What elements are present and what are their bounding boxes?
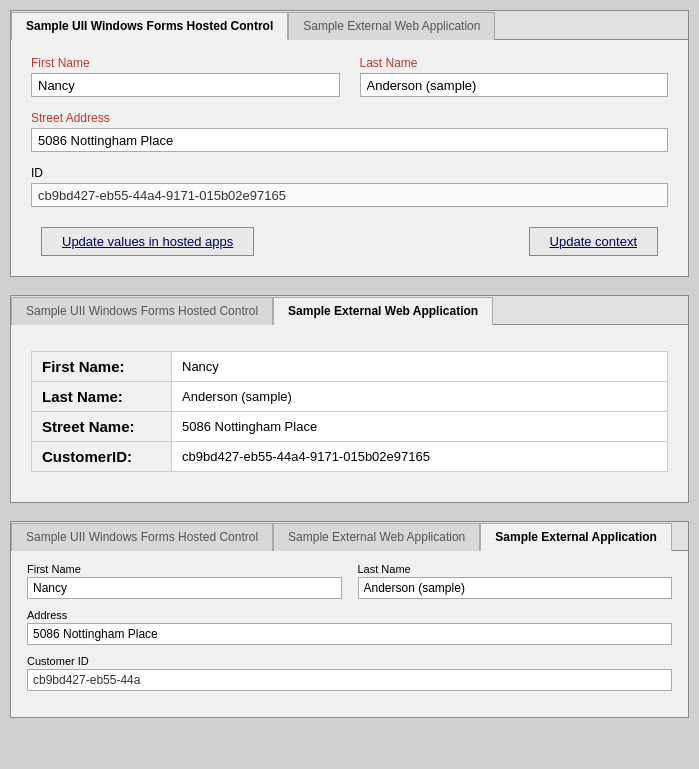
row2-value: Anderson (sample) xyxy=(172,382,668,412)
panel3-first-name-input[interactable] xyxy=(27,577,342,599)
panel1-first-name-label: First Name xyxy=(31,56,340,70)
panel3-tab-windows-forms[interactable]: Sample UII Windows Forms Hosted Control xyxy=(11,523,273,551)
panel1-tab-web-app[interactable]: Sample External Web Application xyxy=(288,12,495,40)
panel1-last-name-input[interactable] xyxy=(360,73,669,97)
panel2-tab-windows-forms[interactable]: Sample UII Windows Forms Hosted Control xyxy=(11,297,273,325)
update-context-button[interactable]: Update context xyxy=(529,227,658,256)
table-row: CustomerID: cb9bd427-eb55-44a4-9171-015b… xyxy=(32,442,668,472)
panel3-last-name-input[interactable] xyxy=(358,577,673,599)
panel-2: Sample UII Windows Forms Hosted Control … xyxy=(10,295,689,503)
panel2-data-table: First Name: Nancy Last Name: Anderson (s… xyxy=(31,351,668,472)
panel1-id-input[interactable] xyxy=(31,183,668,207)
panel1-button-row: Update values in hosted apps Update cont… xyxy=(31,227,668,256)
row3-value: 5086 Nottingham Place xyxy=(172,412,668,442)
table-row: First Name: Nancy xyxy=(32,352,668,382)
panel3-tab-external-app[interactable]: Sample External Application xyxy=(480,523,672,551)
panel-3: Sample UII Windows Forms Hosted Control … xyxy=(10,521,689,718)
panel2-tab-web-app[interactable]: Sample External Web Application xyxy=(273,297,493,325)
panel3-content: First Name Last Name Address Customer ID xyxy=(11,551,688,717)
row1-value: Nancy xyxy=(172,352,668,382)
panel-1: Sample UII Windows Forms Hosted Control … xyxy=(10,10,689,277)
panel3-first-name-label: First Name xyxy=(27,563,342,575)
panel1-first-name-input[interactable] xyxy=(31,73,340,97)
panel1-street-input[interactable] xyxy=(31,128,668,152)
row1-label: First Name: xyxy=(32,352,172,382)
panel1-first-name-group: First Name xyxy=(31,56,340,97)
panel3-first-name-group: First Name xyxy=(27,563,342,599)
panel3-address-label: Address xyxy=(27,609,672,621)
panel1-content: First Name Last Name Street Address ID U… xyxy=(11,40,688,276)
panel1-id-row: ID xyxy=(31,166,668,207)
panel3-address-row: Address xyxy=(27,609,672,645)
row3-label: Street Name: xyxy=(32,412,172,442)
panel3-address-group: Address xyxy=(27,609,672,645)
panel2-content: First Name: Nancy Last Name: Anderson (s… xyxy=(11,325,688,502)
panel3-customerid-group: Customer ID xyxy=(27,655,672,691)
panel3-last-name-label: Last Name xyxy=(358,563,673,575)
panel1-id-group: ID xyxy=(31,166,668,207)
panel3-last-name-group: Last Name xyxy=(358,563,673,599)
panel3-tab-web-app[interactable]: Sample External Web Application xyxy=(273,523,480,551)
table-row: Street Name: 5086 Nottingham Place xyxy=(32,412,668,442)
panel1-tab-bar: Sample UII Windows Forms Hosted Control … xyxy=(11,11,688,40)
panel1-street-label: Street Address xyxy=(31,111,668,125)
row4-value: cb9bd427-eb55-44a4-9171-015b02e97165 xyxy=(172,442,668,472)
panel3-customerid-input[interactable] xyxy=(27,669,672,691)
panel2-tab-bar: Sample UII Windows Forms Hosted Control … xyxy=(11,296,688,325)
panel1-last-name-label: Last Name xyxy=(360,56,669,70)
row4-label: CustomerID: xyxy=(32,442,172,472)
panel1-id-label: ID xyxy=(31,166,668,180)
table-row: Last Name: Anderson (sample) xyxy=(32,382,668,412)
panel3-customerid-row: Customer ID xyxy=(27,655,672,691)
panel3-customerid-label: Customer ID xyxy=(27,655,672,667)
row2-label: Last Name: xyxy=(32,382,172,412)
panel1-name-row: First Name Last Name xyxy=(31,56,668,97)
panel3-name-row: First Name Last Name xyxy=(27,563,672,599)
panel1-tab-windows-forms[interactable]: Sample UII Windows Forms Hosted Control xyxy=(11,12,288,40)
panel1-street-group: Street Address xyxy=(31,111,668,152)
panel3-tab-bar: Sample UII Windows Forms Hosted Control … xyxy=(11,522,688,551)
update-hosted-apps-button[interactable]: Update values in hosted apps xyxy=(41,227,254,256)
panel3-address-input[interactable] xyxy=(27,623,672,645)
panel1-address-row: Street Address xyxy=(31,111,668,152)
panel1-last-name-group: Last Name xyxy=(360,56,669,97)
